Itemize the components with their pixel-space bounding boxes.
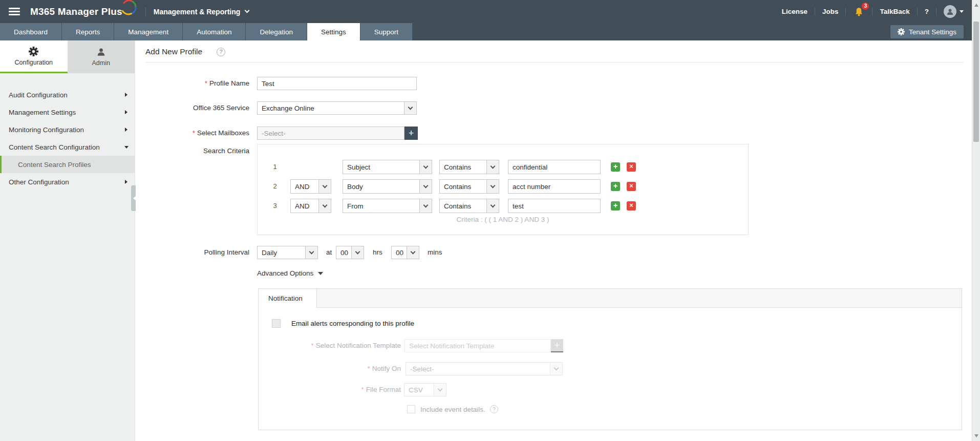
title-divider (145, 62, 964, 62)
scroll-down-arrow[interactable] (974, 434, 978, 437)
criteria-row-1: 1 Subject Contains confidential + × (258, 160, 748, 174)
sidebar-tab-configuration[interactable]: Configuration (0, 40, 68, 73)
sidebar-item-management-settings[interactable]: Management Settings (0, 103, 135, 121)
add-criteria-button[interactable]: + (611, 182, 620, 191)
chevron-right-icon (125, 93, 127, 97)
help-link[interactable]: ? (918, 8, 936, 15)
notifications-bell[interactable]: 3 (846, 7, 872, 16)
gear-icon (29, 47, 38, 56)
include-event-details-label: Include event details. (420, 405, 485, 414)
search-criteria-label: Search Criteria (136, 144, 249, 158)
notification-panel: Notification Email alerts corresponding … (258, 288, 962, 430)
help-icon[interactable]: ? (217, 48, 225, 56)
vertical-scrollbar (972, 0, 980, 441)
required-icon: * (205, 79, 207, 87)
chevron-right-icon (125, 180, 127, 184)
hamburger-menu-icon[interactable] (9, 8, 20, 15)
user-avatar[interactable] (944, 5, 956, 18)
add-criteria-button[interactable]: + (611, 162, 620, 172)
mailboxes-label: *Select Mailboxes (136, 127, 249, 140)
remove-criteria-button[interactable]: × (627, 201, 636, 211)
scroll-up-arrow[interactable] (974, 4, 978, 7)
criteria-operator-select[interactable]: Contains (439, 179, 499, 194)
sidebar-item-monitoring-configuration[interactable]: Monitoring Configuration (0, 121, 135, 138)
search-criteria-box: 1 Subject Contains confidential + × 2 (257, 144, 749, 235)
tenant-settings-button[interactable]: Tenant Settings (890, 25, 964, 38)
criteria-row-number: 3 (271, 199, 279, 213)
service-select[interactable]: Exchange Online (257, 101, 417, 115)
sidebar-item-content-search-configuration[interactable]: Content Search Configuration (0, 138, 135, 156)
criteria-value-input[interactable]: acct number (508, 179, 601, 194)
sidebar: Configuration Admin Audit Configuration … (0, 40, 135, 441)
chevron-down-icon (550, 363, 562, 375)
sidebar-menu: Audit Configuration Management Settings … (0, 73, 135, 191)
required-icon: * (361, 386, 364, 393)
person-icon (96, 47, 106, 57)
notify-on-select: -Select- (406, 362, 563, 375)
tab-support[interactable]: Support (360, 23, 413, 40)
polling-interval-select[interactable]: Daily (257, 246, 318, 259)
chevron-down-icon (245, 8, 250, 13)
criteria-field-select[interactable]: Subject (343, 160, 432, 174)
notify-on-label: *Notify On (259, 362, 401, 375)
tab-automation[interactable]: Automation (183, 23, 246, 40)
email-alerts-checkbox[interactable] (272, 319, 281, 328)
tab-dashboard[interactable]: Dashboard (0, 23, 62, 40)
avatar-dropdown-icon[interactable] (960, 10, 964, 13)
sidebar-item-other-configuration[interactable]: Other Configuration (0, 173, 135, 191)
criteria-value-input[interactable]: test (508, 199, 601, 213)
chevron-down-icon (351, 246, 364, 259)
tab-delegation[interactable]: Delegation (246, 23, 307, 40)
page-title: Add New Profile (145, 47, 202, 56)
sidebar-item-audit-configuration[interactable]: Audit Configuration (0, 86, 135, 103)
tab-management[interactable]: Management (114, 23, 183, 40)
include-event-details-checkbox[interactable] (407, 405, 415, 413)
chevron-down-icon (318, 180, 331, 193)
license-link[interactable]: License (775, 8, 815, 15)
email-alerts-label: Email alerts corresponding to this profi… (291, 319, 414, 328)
criteria-operator-select[interactable]: Contains (439, 199, 499, 213)
service-label: Office 365 Service (136, 101, 249, 115)
sidebar-tab-label: Admin (92, 59, 110, 67)
profile-name-input[interactable]: Test (257, 77, 417, 90)
polling-interval-label: Polling Interval (136, 246, 249, 259)
help-icon[interactable]: ? (490, 405, 498, 413)
criteria-bool-select[interactable]: AND (290, 199, 331, 213)
required-icon: * (367, 365, 370, 372)
notification-template-label: *Select Notification Template (259, 339, 401, 352)
remove-criteria-button[interactable]: × (627, 182, 636, 191)
chevron-down-icon (124, 146, 129, 149)
context-label: Management & Reporting (154, 8, 241, 16)
remove-criteria-button[interactable]: × (627, 162, 636, 172)
file-format-label: *File Format (259, 383, 401, 396)
brand-logo: M365 Manager Plus (30, 6, 122, 17)
sidebar-item-content-search-profiles[interactable]: Content Search Profiles (0, 156, 135, 173)
criteria-operator-select[interactable]: Contains (439, 160, 499, 174)
sidebar-tab-admin[interactable]: Admin (68, 40, 135, 73)
tab-settings[interactable]: Settings (307, 23, 360, 40)
add-criteria-button[interactable]: + (611, 201, 620, 211)
notification-template-input: Select Notification Template (404, 339, 551, 352)
scrollbar-thumb[interactable] (973, 22, 979, 142)
context-switcher[interactable]: Management & Reporting (154, 8, 249, 16)
mailboxes-input[interactable]: -Select- (257, 127, 404, 140)
advanced-options-toggle[interactable]: Advanced Options (257, 269, 323, 277)
main-content: Add New Profile ? *Profile Name Test Off… (136, 40, 972, 441)
polling-minutes-select[interactable]: 00 (391, 246, 419, 259)
chevron-down-icon (305, 246, 317, 259)
polling-hours-select[interactable]: 00 (336, 246, 364, 259)
talkback-link[interactable]: TalkBack (872, 8, 917, 15)
criteria-field-select[interactable]: From (343, 199, 432, 213)
tab-notification[interactable]: Notification (259, 289, 317, 308)
app-window: M365 Manager Plus Management & Reporting… (0, 0, 980, 441)
hrs-label: hrs (373, 246, 382, 259)
tab-reports[interactable]: Reports (62, 23, 114, 40)
chevron-down-icon (318, 272, 323, 275)
chevron-down-icon (419, 180, 432, 193)
jobs-link[interactable]: Jobs (815, 8, 846, 15)
criteria-value-input[interactable]: confidential (508, 160, 601, 174)
criteria-bool-select[interactable]: AND (290, 179, 331, 194)
mailboxes-add-button[interactable]: + (404, 127, 418, 140)
criteria-field-select[interactable]: Body (343, 179, 432, 194)
tenant-settings-label: Tenant Settings (909, 28, 956, 36)
